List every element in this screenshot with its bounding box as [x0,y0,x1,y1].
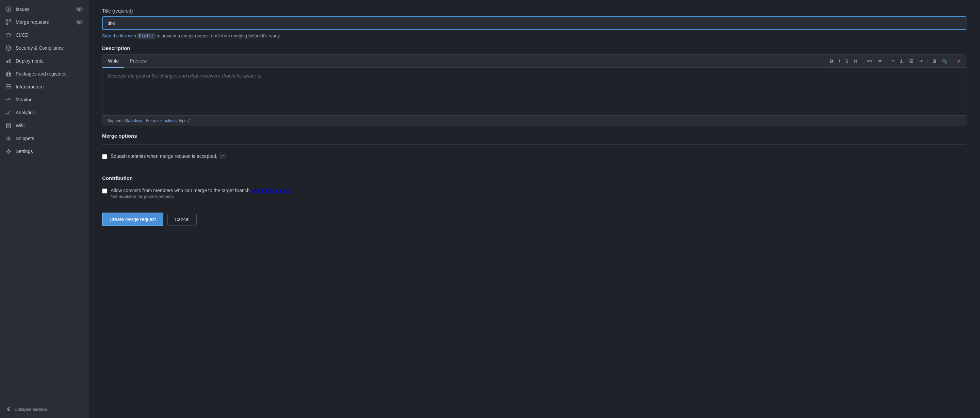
indent-button[interactable]: ⇥ [917,57,924,65]
svg-point-13 [10,87,11,88]
sidebar: Issues 0 Merge requests 0 CI/CD [0,0,89,418]
about-feature-link[interactable]: About this feature. [252,188,291,193]
table-button[interactable]: ⊞ [930,57,938,65]
divider-2 [102,168,966,168]
tab-write[interactable]: Write [102,55,124,68]
strikethrough-button[interactable]: S [843,57,850,65]
sidebar-item-settings-label: Settings [16,149,83,154]
merge-options-section: Merge options Squash commits when merge … [102,133,966,168]
svg-point-3 [10,20,11,21]
markdown-link[interactable]: Markdown [124,118,143,123]
monitor-icon [5,97,11,103]
heading-button[interactable]: H [852,57,859,65]
sidebar-item-analytics-label: Analytics [16,110,83,115]
title-field-section: Title (required) Start the title with Dr… [102,8,966,38]
contribution-section: Contribution Allow commits from members … [102,175,966,202]
collapse-sidebar-button[interactable]: Collapse sidebar [0,403,88,415]
toolbar-divider-1 [862,58,862,64]
sidebar-item-mr-badge: 0 [76,20,83,24]
svg-point-15 [8,151,10,153]
sidebar-item-packages-label: Packages and registries [16,71,83,76]
sidebar-item-cicd-label: CI/CD [16,32,83,38]
sidebar-item-infrastructure-label: Infrastructure [16,84,83,89]
toolbar-divider-4 [952,58,952,64]
allow-commits-checkbox[interactable] [102,188,107,194]
sidebar-item-wiki[interactable]: Wiki [0,119,88,132]
editor-footer: Supports Markdown. For quick actions, ty… [102,115,966,126]
sidebar-item-security[interactable]: Security & Compliance [0,41,88,54]
create-merge-request-button[interactable]: Create merge request [102,213,163,226]
description-label: Description [102,45,966,51]
contribution-label: Contribution [102,175,966,181]
squash-commits-label[interactable]: Squash commits when merge request is acc… [111,153,226,159]
editor-tabs-row: Write Preview B I S H <> ≡ 1. ☑ ⇥ ⊞ 📎 [102,55,966,68]
analytics-icon [5,110,11,116]
draft-hint-link[interactable]: Start the title with [102,33,136,38]
infrastructure-icon [5,84,11,90]
allow-commits-text: Allow commits from members who can merge… [111,188,251,193]
quick-actions-link[interactable]: quick actions [153,118,177,123]
sidebar-item-settings[interactable]: Settings [0,145,88,158]
sidebar-item-monitor[interactable]: Monitor [0,93,88,106]
sidebar-item-snippets[interactable]: Snippets [0,132,88,145]
task-list-button[interactable]: ☑ [907,57,915,65]
settings-icon [5,148,11,154]
wiki-icon [5,122,11,129]
main-content: Title (required) Start the title with Dr… [89,0,980,418]
cicd-icon [5,32,11,38]
title-input[interactable] [102,16,966,30]
sidebar-item-merge-requests[interactable]: Merge requests 0 [0,16,88,29]
sidebar-item-issues-badge: 0 [76,7,83,11]
issues-icon [5,6,11,12]
action-buttons: Create merge request Cancel [102,213,966,226]
svg-rect-8 [10,59,11,63]
packages-icon [5,71,11,77]
toolbar-divider-3 [927,58,928,64]
editor-body[interactable]: Describe the goal of the changes and wha… [102,68,966,115]
tab-preview[interactable]: Preview [124,55,152,68]
sidebar-item-deployments[interactable]: Deployments [0,54,88,67]
sidebar-item-mr-label: Merge requests [16,19,72,25]
sidebar-item-wiki-label: Wiki [16,123,83,128]
title-hint: Start the title with Draft: to prevent a… [102,33,966,38]
bold-button[interactable]: B [828,57,835,65]
sidebar-item-issues-label: Issues [16,6,72,12]
sidebar-item-issues[interactable]: Issues 0 [0,3,88,16]
attach-button[interactable]: 📎 [940,57,949,65]
fullscreen-button[interactable]: ⤢ [955,57,963,65]
squash-commits-checkbox[interactable] [102,154,107,159]
merge-options-label: Merge options [102,133,966,139]
merge-requests-icon [5,19,11,25]
allow-commits-sub: Not available for private projects [111,194,291,199]
security-icon [5,45,11,51]
deployments-icon [5,58,11,64]
description-editor: Write Preview B I S H <> ≡ 1. ☑ ⇥ ⊞ 📎 [102,54,966,126]
collapse-icon [5,407,11,412]
sidebar-item-deployments-label: Deployments [16,58,83,64]
svg-point-12 [10,85,11,86]
draft-code: Draft: [137,33,155,39]
cancel-button[interactable]: Cancel [167,213,197,226]
divider-1 [102,144,966,145]
sidebar-item-analytics[interactable]: Analytics [0,106,88,119]
sidebar-item-security-label: Security & Compliance [16,45,83,51]
code-button[interactable]: <> [865,57,874,65]
squash-help-icon[interactable]: ? [220,154,226,159]
svg-point-2 [6,20,8,21]
sidebar-item-infrastructure[interactable]: Infrastructure [0,80,88,93]
link-button[interactable] [875,57,885,65]
toolbar-divider-2 [887,58,888,64]
svg-point-1 [8,8,10,10]
editor-toolbar: B I S H <> ≡ 1. ☑ ⇥ ⊞ 📎 ⤢ [824,55,966,67]
svg-point-4 [6,23,8,25]
sidebar-item-snippets-label: Snippets [16,136,83,141]
allow-commits-label[interactable]: Allow commits from members who can merge… [111,188,291,199]
bullet-list-button[interactable]: ≡ [890,57,897,65]
svg-rect-6 [6,61,8,63]
italic-button[interactable]: I [837,57,842,65]
sidebar-item-packages[interactable]: Packages and registries [0,67,88,80]
snippets-icon [5,135,11,141]
numbered-list-button[interactable]: 1. [898,57,906,65]
collapse-sidebar-label: Collapse sidebar [14,407,47,412]
sidebar-item-cicd[interactable]: CI/CD [0,29,88,41]
